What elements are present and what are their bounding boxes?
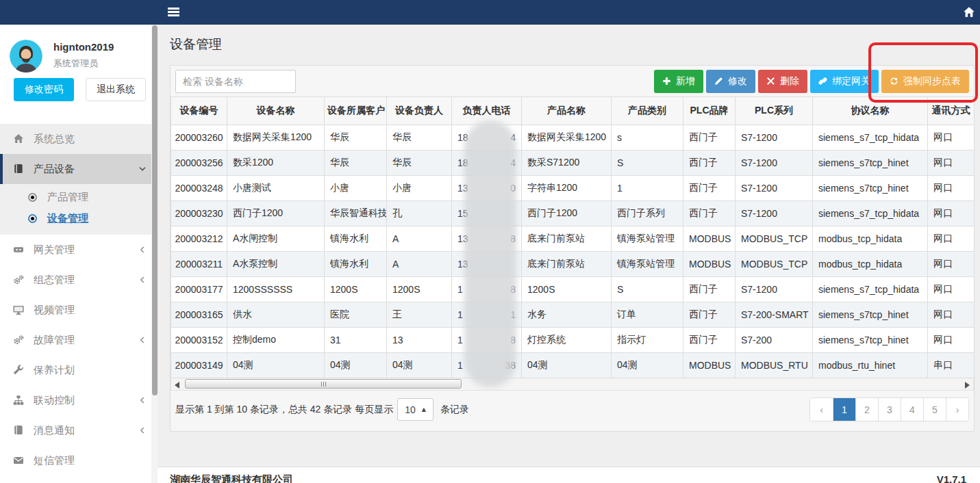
horizontal-scrollbar[interactable] (171, 378, 974, 391)
sidebar-item-消息通知[interactable]: 消息通知 (0, 415, 158, 445)
cell-owner: A (387, 252, 452, 277)
table-row[interactable]: 200003211A水泵控制镇海水利A13底来门前泵站镇海泵站管理MODBUSM… (171, 252, 975, 277)
table-row[interactable]: 200003165供水医院王11水务订单西门子S7-200-SMARTsieme… (171, 302, 975, 328)
cell-plc_brand: MODBUS (683, 226, 736, 252)
refresh-icon (890, 77, 899, 86)
cell-protocol: modbus_tcp_hidata (813, 252, 928, 277)
chevron-left-icon (138, 426, 147, 435)
page-button-1[interactable]: 1 (833, 398, 855, 421)
cell-protocol: modbus_tcp_hidata (813, 226, 928, 252)
app-version: V1.7.1 (937, 473, 966, 483)
cell-customer: 华辰 (325, 125, 387, 151)
toolbar-button-修改[interactable]: 修改 (706, 70, 755, 93)
page-button-prev[interactable]: ‹ (810, 398, 833, 421)
table-row[interactable]: 200003230西门子1200华辰智通科技孔15西门子1200西门子系列西门子… (171, 201, 975, 226)
cell-device_no: 200003152 (171, 328, 227, 353)
table-row[interactable]: 2000031771200SSSSSS1200S1200S181200SS西门子… (171, 277, 975, 302)
home-icon[interactable] (963, 6, 975, 18)
sidebar-item-空间管理[interactable]: 空间管理 (0, 475, 158, 483)
phone-right-fragment: 8 (510, 335, 516, 345)
sidebar-item-组态管理[interactable]: 组态管理 (0, 265, 158, 295)
table-row[interactable]: 200003260数据网关采集1200华辰华辰184数据网关采集1200s西门子… (171, 125, 975, 151)
cell-device_no: 200003149 (171, 353, 227, 378)
sidebar-item-故障管理[interactable]: 故障管理 (0, 325, 158, 355)
cell-phone: 11 (452, 302, 522, 328)
cell-plc_series: S7-1200 (736, 277, 813, 302)
cell-product: 水务 (522, 302, 612, 328)
sidebar-item-label: 短信管理 (34, 454, 75, 467)
cell-plc_series: S7-200 (736, 328, 813, 353)
sidebar-item-视频管理[interactable]: 视频管理 (0, 295, 158, 325)
sidebar-item-网关管理[interactable]: 网关管理 (0, 235, 158, 265)
sidebar-item-短信管理[interactable]: 短信管理 (0, 445, 158, 475)
cell-comm: 串口 (928, 353, 975, 378)
sidebar-subitem-label: 设备管理 (47, 212, 88, 225)
cell-comm: 网口 (928, 151, 975, 176)
cell-phone: 18 (452, 277, 522, 302)
table-row[interactable]: 200003256数采1200华辰华辰184数采S71200S西门子S7-120… (171, 151, 975, 176)
toolbar-button-label: 新增 (676, 75, 695, 88)
sidebar-scrollbar[interactable] (151, 25, 158, 483)
cell-product: 04测 (522, 353, 612, 378)
gears-icon (13, 274, 25, 285)
sidebar-item-label: 视频管理 (34, 304, 75, 317)
scroll-right-arrow-icon[interactable] (963, 380, 971, 389)
phone-left-fragment: 18 (457, 132, 468, 143)
toolbar-button-删除[interactable]: 删除 (758, 70, 807, 93)
table-row[interactable]: 20000314904测04测04测13804测04测MODBUSMODBUS_… (171, 353, 975, 378)
hamburger-menu-icon[interactable] (168, 8, 179, 16)
cell-comm: 网口 (928, 226, 975, 252)
cell-phone: 13 (452, 252, 522, 277)
phone-right-fragment: 8 (510, 233, 516, 244)
page-button-3[interactable]: 3 (878, 398, 901, 421)
cell-device_no: 200003256 (171, 151, 227, 176)
home-icon (13, 133, 25, 144)
change-password-button[interactable]: 修改密码 (14, 78, 74, 101)
cell-device_no: 200003248 (171, 176, 227, 201)
chevron-left-icon (138, 335, 147, 345)
sidebar-item-保养计划[interactable]: 保养计划 (0, 355, 158, 385)
toolbar-button-新增[interactable]: 新增 (654, 70, 703, 93)
cell-device_no: 200003165 (171, 302, 227, 328)
cell-owner: 1200S (387, 277, 452, 302)
toolbar-button-强制同步点表[interactable]: 强制同步点表 (881, 70, 969, 93)
logout-button[interactable]: 退出系统 (86, 78, 146, 101)
table-row[interactable]: 200003212A水闸控制镇海水利A138底来门前泵站镇海泵站管理MODBUS… (171, 226, 975, 252)
cell-owner: 小唐 (387, 176, 452, 201)
table-row[interactable]: 200003248小唐测试小唐小唐130字符串12001西门子S7-1200si… (171, 176, 975, 201)
cell-protocol: siemens_s7tcp_hinet (813, 302, 928, 328)
sidebar-item-label: 消息通知 (34, 424, 75, 437)
sidebar-scrollbar-thumb[interactable] (152, 25, 158, 395)
cell-product: 底来门前泵站 (522, 226, 612, 252)
phone-left-fragment: 13 (457, 233, 468, 244)
page-size-dropdown[interactable]: 10 ▲ (397, 398, 434, 421)
column-header: 协议名称 (813, 97, 928, 125)
sidebar-subitem-产品管理[interactable]: 产品管理 (0, 187, 158, 208)
phone-left-fragment: 1 (457, 284, 463, 295)
page-button-2[interactable]: 2 (855, 398, 878, 421)
scroll-left-arrow-icon[interactable] (173, 380, 181, 389)
submenu: 产品管理设备管理 (0, 184, 158, 235)
monitor-icon (13, 304, 25, 315)
sidebar-item-产品设备[interactable]: 产品设备 (0, 154, 158, 184)
chevron-left-icon (138, 395, 147, 405)
column-header: 设备名称 (227, 97, 325, 125)
page-button-next[interactable]: › (946, 398, 968, 421)
cell-owner: 04测 (387, 353, 452, 378)
cell-device_no: 200003260 (171, 125, 227, 151)
page-button-5[interactable]: 5 (923, 398, 946, 421)
toolbar-button-绑定网关[interactable]: 绑定网关 (810, 70, 879, 93)
cell-phone: 130 (452, 176, 522, 201)
sidebar-item-label: 组态管理 (34, 274, 75, 287)
search-input[interactable] (175, 70, 296, 93)
book-icon (13, 425, 25, 436)
table-row[interactable]: 200003152控制demo311318灯控系统指示灯西门子S7-200sie… (171, 328, 975, 353)
sidebar-item-联动控制[interactable]: 联动控制 (0, 385, 158, 415)
horizontal-scrollbar-thumb[interactable] (185, 379, 462, 389)
sidebar-item-系统总览[interactable]: 系统总览 (0, 124, 158, 154)
pagination-pages: ‹12345› (809, 397, 969, 421)
page-button-4[interactable]: 4 (901, 398, 923, 421)
sidebar-subitem-设备管理[interactable]: 设备管理 (0, 208, 158, 229)
cell-customer: 镇海水利 (325, 252, 387, 277)
phone-right-fragment: 0 (510, 183, 516, 194)
